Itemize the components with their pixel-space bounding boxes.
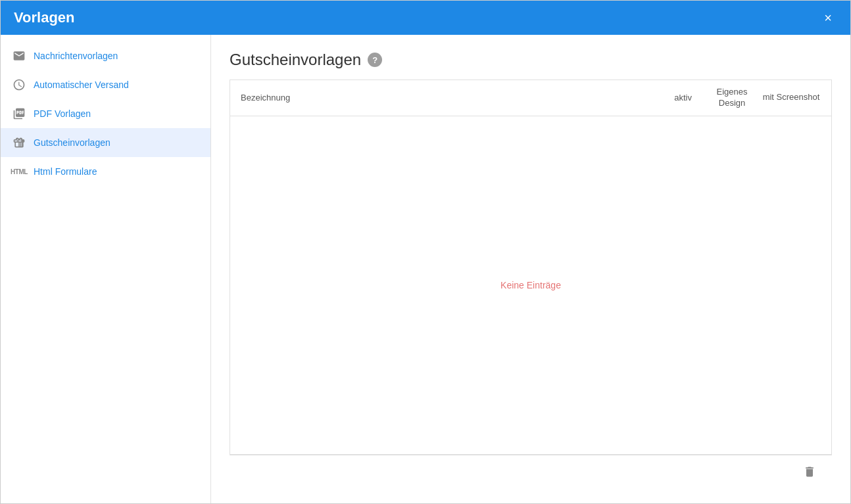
sidebar-item-automatischer-versand[interactable]: Automatischer Versand — [1, 70, 210, 99]
sidebar-item-gutscheinvorlagen[interactable]: Gutscheinvorlagen — [1, 128, 210, 157]
content-area: Gutscheinvorlagen ? Bezeichnung aktiv Ei… — [211, 35, 850, 503]
sidebar-label-automatischer-versand: Automatischer Versand — [34, 80, 129, 90]
table-container: Bezeichnung aktiv Eigenes Design mit Scr… — [230, 80, 832, 455]
page-title: Gutscheinvorlagen — [230, 51, 361, 69]
sidebar: Nachrichtenvorlagen Automatischer Versan… — [1, 35, 211, 503]
message-icon — [11, 48, 27, 64]
content-header: Gutscheinvorlagen ? — [230, 51, 832, 69]
sidebar-item-nachrichtenvorlagen[interactable]: Nachrichtenvorlagen — [1, 41, 210, 70]
no-entries-label: Keine Einträge — [500, 280, 561, 290]
window-title: Vorlagen — [14, 9, 75, 26]
col-header-mit-screenshot: mit Screenshot — [762, 92, 821, 103]
main-content: Nachrichtenvorlagen Automatischer Versan… — [1, 35, 850, 503]
help-icon[interactable]: ? — [368, 53, 382, 67]
col-header-aktiv: aktiv — [650, 93, 702, 103]
pdf-icon — [11, 106, 27, 122]
html-icon: HTML — [11, 164, 27, 179]
sidebar-item-html-formulare[interactable]: HTML Html Formulare — [1, 157, 210, 186]
title-bar: Vorlagen × — [1, 1, 850, 35]
table-header: Bezeichnung aktiv Eigenes Design mit Scr… — [230, 80, 831, 116]
sidebar-label-pdf-vorlagen: PDF Vorlagen — [34, 108, 91, 119]
delete-button[interactable] — [800, 463, 819, 481]
sidebar-item-pdf-vorlagen[interactable]: PDF Vorlagen — [1, 99, 210, 128]
sidebar-label-gutscheinvorlagen: Gutscheinvorlagen — [34, 137, 110, 148]
footer-bar — [230, 455, 832, 488]
schedule-icon — [11, 77, 27, 93]
col-header-bezeichnung: Bezeichnung — [241, 93, 650, 103]
col-header-eigenes-design: Eigenes Design — [702, 87, 762, 109]
sidebar-label-nachrichtenvorlagen: Nachrichtenvorlagen — [34, 51, 118, 61]
app-window: Vorlagen × Nachrichtenvorlagen Automatis… — [0, 0, 851, 504]
sidebar-label-html-formulare: Html Formulare — [34, 166, 97, 177]
close-button[interactable]: × — [819, 9, 837, 27]
gift-icon — [11, 135, 27, 150]
table-body: Keine Einträge — [230, 116, 831, 454]
